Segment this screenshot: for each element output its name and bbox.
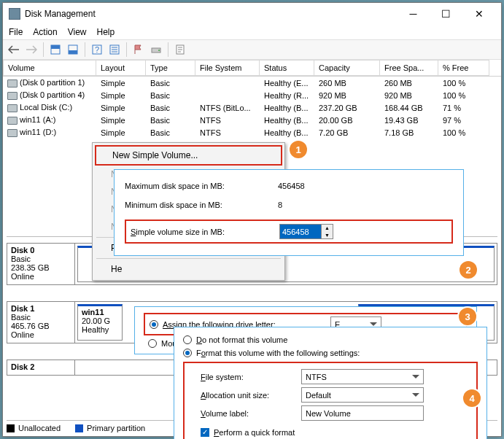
volume-list-header: Volume Layout Type File System Status Ca… <box>3 60 501 77</box>
spin-up[interactable]: ▲ <box>322 225 333 232</box>
format-panel: Do not format this volume Format this vo… <box>174 327 487 439</box>
table-row[interactable]: (Disk 0 partition 4)SimpleBasicHealthy (… <box>3 89 501 101</box>
maximize-button[interactable]: ☐ <box>430 4 462 25</box>
disk-name: Disk 0 <box>11 246 71 255</box>
assign-letter-radio[interactable] <box>150 320 158 329</box>
menu-new-simple-volume[interactable]: New Simple Volume... <box>95 145 282 166</box>
vl-label: Volume label: <box>189 409 301 418</box>
legend-primary-swatch <box>75 424 83 432</box>
spin-down[interactable]: ▼ <box>322 232 333 239</box>
table-row[interactable]: Local Disk (C:)SimpleBasicNTFS (BitLo...… <box>3 101 501 114</box>
volume-icon <box>7 92 18 100</box>
menu-help[interactable]: Help <box>97 27 115 37</box>
view-top-icon[interactable] <box>47 42 63 58</box>
back-button[interactable] <box>6 42 22 58</box>
toolbar: ? <box>3 39 501 60</box>
svg-rect-1 <box>51 45 60 49</box>
do-format-label: Format this volume with the following se… <box>196 349 360 357</box>
chevron-down-icon <box>370 322 377 326</box>
properties-icon[interactable] <box>172 42 188 58</box>
titlebar[interactable]: Disk Management ─ ☐ ✕ <box>3 3 501 25</box>
min-space-value: 8 <box>278 201 282 209</box>
drive-icon[interactable] <box>148 42 164 58</box>
help-icon[interactable]: ? <box>89 42 105 58</box>
do-format-radio[interactable] <box>183 349 192 357</box>
chevron-down-icon <box>412 375 419 378</box>
step-badge-3: 3 <box>459 308 476 325</box>
fs-label: File system: <box>189 373 301 381</box>
menu-file[interactable]: File <box>9 27 23 37</box>
partition[interactable]: win11 20.00 G Healthy <box>77 304 123 341</box>
minimize-button[interactable]: ─ <box>397 4 430 25</box>
forward-button[interactable] <box>23 42 39 58</box>
quick-format-checkbox[interactable] <box>201 428 209 437</box>
disk-name: Disk 1 <box>11 304 71 313</box>
table-row[interactable]: win11 (D:)SimpleBasicNTFSHealthy (B...7.… <box>3 126 501 139</box>
volume-icon <box>7 104 18 112</box>
no-format-label: Do not format this volume <box>196 335 287 344</box>
volume-icon <box>7 117 18 125</box>
volume-size-input[interactable]: ▲▼ <box>279 224 333 239</box>
col-volume[interactable]: Volume <box>3 60 96 76</box>
volume-list[interactable]: (Disk 0 partition 1)SimpleBasicHealthy (… <box>3 77 501 139</box>
col-free[interactable]: Free Spa... <box>380 60 438 76</box>
volume-label-input[interactable]: New Volume <box>301 405 424 421</box>
view-bottom-icon[interactable] <box>65 42 81 58</box>
svg-rect-3 <box>69 50 77 54</box>
col-pct[interactable]: % Free <box>438 60 489 76</box>
window-title: Disk Management <box>25 9 397 19</box>
max-space-value: 456458 <box>278 182 305 190</box>
app-icon <box>9 8 20 20</box>
volume-icon <box>7 129 18 137</box>
menu-view[interactable]: View <box>68 27 87 37</box>
volume-icon <box>7 79 18 88</box>
svg-point-8 <box>158 50 160 51</box>
table-row[interactable]: win11 (A:)SimpleBasicNTFSHealthy (B...20… <box>3 114 501 126</box>
quick-format-label: Perform a quick format <box>214 428 295 437</box>
mount-radio[interactable] <box>148 339 157 348</box>
au-label: Allocation unit size: <box>189 391 301 400</box>
fs-select[interactable]: NTFS <box>301 369 424 384</box>
chevron-down-icon <box>412 393 419 397</box>
size-label: SSimple volume size in MB:imple volume s… <box>131 228 279 236</box>
col-layout[interactable]: Layout <box>96 60 146 76</box>
settings-list-icon[interactable] <box>106 42 123 58</box>
volume-size-field[interactable] <box>280 225 321 238</box>
col-type[interactable]: Type <box>146 60 195 76</box>
col-capacity[interactable]: Capacity <box>314 60 380 76</box>
wizard-size-panel: Maximum disk space in MB: 456458 Minimum… <box>114 169 464 256</box>
no-format-radio[interactable] <box>183 335 192 344</box>
col-fs[interactable]: File System <box>195 60 260 76</box>
flag-icon[interactable] <box>131 42 147 58</box>
min-space-label: Minimum disk space in MB: <box>125 201 278 209</box>
step-badge-2: 2 <box>460 261 477 279</box>
col-status[interactable]: Status <box>260 60 314 76</box>
menu-action[interactable]: Action <box>33 27 57 37</box>
menubar: File Action View Help <box>3 25 501 39</box>
close-button[interactable]: ✕ <box>462 4 495 25</box>
legend-unallocated-swatch <box>7 424 15 432</box>
au-select[interactable]: Default <box>301 387 424 403</box>
max-space-label: Maximum disk space in MB: <box>125 182 278 190</box>
step-badge-4: 4 <box>463 389 481 407</box>
step-badge-1: 1 <box>290 141 307 158</box>
svg-text:?: ? <box>95 45 99 54</box>
table-row[interactable]: (Disk 0 partition 1)SimpleBasicHealthy (… <box>3 77 501 89</box>
